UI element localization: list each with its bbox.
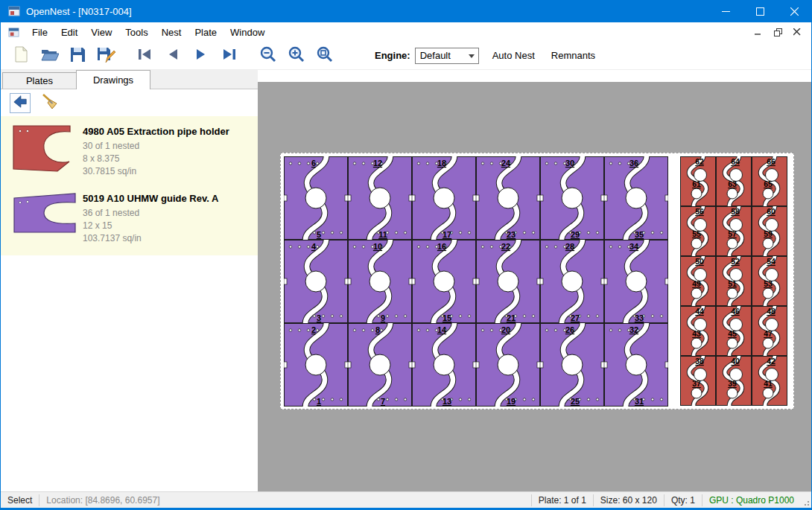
svg-text:41: 41: [764, 379, 773, 388]
list-item[interactable]: 4980 A05 Extraction pipe holder 30 of 1 …: [1, 118, 258, 185]
new-file-button[interactable]: [7, 43, 35, 68]
svg-text:65: 65: [764, 179, 773, 188]
clear-drawings-button[interactable]: [39, 93, 60, 113]
maximize-icon[interactable]: [743, 0, 777, 22]
svg-text:46: 46: [731, 307, 740, 316]
nested-part-pair[interactable]: 18 17: [412, 156, 476, 240]
save-floppy-icon: [69, 45, 86, 66]
nested-part-pair[interactable]: 12 11: [348, 156, 412, 240]
nested-part-pair[interactable]: 44 43: [680, 306, 716, 356]
menu-item-edit[interactable]: Edit: [54, 24, 84, 41]
menu-item-plate[interactable]: Plate: [188, 24, 223, 41]
nested-part-pair[interactable]: 58 57: [716, 206, 752, 256]
nested-part-pair[interactable]: 26 25: [540, 323, 604, 407]
resize-grip[interactable]: [801, 492, 811, 508]
mdi-minimize-icon[interactable]: [749, 25, 768, 39]
nested-part-pair[interactable]: 38 37: [680, 356, 716, 406]
drawing-area: 30.7815 sq/in: [83, 165, 229, 178]
svg-text:6: 6: [311, 159, 316, 168]
nested-part-pair[interactable]: 48 47: [752, 306, 787, 356]
open-file-button[interactable]: [35, 43, 63, 68]
engine-select[interactable]: Default: [415, 48, 479, 64]
nested-part-pair[interactable]: 2 1: [284, 323, 348, 407]
nested-part-pair[interactable]: 34 33: [604, 240, 668, 323]
svg-text:2: 2: [311, 325, 316, 334]
svg-text:29: 29: [571, 230, 580, 239]
menu-item-tools[interactable]: Tools: [118, 24, 154, 41]
minimize-icon[interactable]: [708, 0, 743, 22]
nested-part-pair[interactable]: 10 9: [348, 240, 412, 323]
chevron-down-icon: [469, 54, 475, 58]
svg-text:40: 40: [731, 357, 740, 366]
auto-nest-button[interactable]: Auto Nest: [485, 45, 542, 66]
mdi-restore-icon[interactable]: [768, 25, 787, 39]
purple-parts-region: 6 5 12 11 18 17 24 23: [284, 156, 668, 407]
nested-part-pair[interactable]: 56 55: [680, 206, 716, 256]
zoom-out-button[interactable]: [254, 43, 282, 68]
svg-text:33: 33: [635, 313, 644, 322]
save-as-button[interactable]: [92, 43, 120, 68]
first-plate-button[interactable]: [130, 43, 159, 68]
previous-plate-button[interactable]: [159, 43, 187, 68]
red-parts-region: 62 61 64 63 66 65 56 55 58 57: [680, 156, 787, 406]
document-icon[interactable]: [8, 27, 19, 38]
main-toolbar: Engine: Default Auto Nest Remnants: [1, 42, 811, 70]
nested-part-pair[interactable]: 36 35: [604, 156, 668, 240]
nested-part-pair[interactable]: 4 3: [284, 240, 348, 323]
status-mode: Select: [1, 492, 39, 508]
nested-part-pair[interactable]: 52 51: [716, 256, 752, 306]
nested-part-pair[interactable]: 16 15: [412, 240, 476, 323]
svg-text:47: 47: [764, 329, 773, 338]
menu-item-file[interactable]: File: [25, 24, 54, 41]
nested-part-pair[interactable]: 30 29: [540, 156, 604, 240]
last-plate-button[interactable]: [215, 43, 244, 68]
nested-part-pair[interactable]: 22 21: [476, 240, 540, 323]
nested-part-pair[interactable]: 50 49: [680, 256, 716, 306]
nested-part-pair[interactable]: 46 45: [716, 306, 752, 356]
svg-text:23: 23: [507, 230, 516, 239]
svg-text:66: 66: [767, 157, 775, 166]
nested-part-pair[interactable]: 54 53: [752, 256, 787, 306]
remnants-button[interactable]: Remnants: [544, 45, 603, 66]
svg-text:51: 51: [728, 279, 737, 288]
zoom-in-icon: [288, 45, 305, 66]
mdi-close-icon[interactable]: [787, 25, 807, 39]
nested-part-pair[interactable]: 60 59: [752, 206, 787, 256]
nested-part-pair[interactable]: 42 41: [752, 356, 787, 406]
nested-part-pair[interactable]: 14 13: [412, 323, 476, 407]
status-qty: Qty: 1: [664, 492, 702, 508]
save-button[interactable]: [63, 43, 92, 68]
svg-text:10: 10: [373, 242, 382, 251]
list-item[interactable]: 5019 A10 UHMW guide Rev. A 36 of 1 neste…: [1, 185, 258, 251]
zoom-fit-button[interactable]: [311, 43, 339, 68]
nested-part-pair[interactable]: 62 61: [680, 156, 716, 206]
nested-part-pair[interactable]: 24 23: [476, 156, 540, 240]
return-part-button[interactable]: [10, 93, 31, 113]
nested-part-pair[interactable]: 6 5: [284, 156, 348, 240]
svg-text:57: 57: [728, 229, 737, 238]
nested-part-pair[interactable]: 8 7: [348, 323, 412, 407]
plate-sheet[interactable]: 6 5 12 11 18 17 24 23: [280, 153, 794, 409]
tab-plates[interactable]: Plates: [2, 72, 77, 89]
nested-part-pair[interactable]: 64 63: [716, 156, 752, 206]
zoom-in-button[interactable]: [282, 43, 311, 68]
drawing-nested-count: 30 of 1 nested: [83, 140, 229, 153]
menu-item-nest[interactable]: Nest: [155, 24, 188, 41]
svg-text:11: 11: [378, 230, 387, 239]
app-icon: [8, 5, 20, 17]
tab-drawings[interactable]: Drawings: [76, 70, 150, 89]
svg-text:28: 28: [565, 242, 574, 251]
next-plate-button[interactable]: [187, 43, 215, 68]
nested-part-pair[interactable]: 66 65: [752, 156, 787, 206]
menu-item-view[interactable]: View: [84, 24, 118, 41]
nested-part-pair[interactable]: 28 27: [540, 240, 604, 323]
nest-canvas[interactable]: 6 5 12 11 18 17 24 23: [258, 70, 811, 491]
nested-part-pair[interactable]: 32 31: [604, 323, 668, 407]
svg-text:5: 5: [317, 230, 321, 239]
nested-part-pair[interactable]: 20 19: [476, 323, 540, 407]
menu-item-window[interactable]: Window: [223, 24, 271, 41]
svg-text:21: 21: [507, 313, 516, 322]
status-gpu: GPU : Quadro P1000: [702, 492, 801, 508]
close-icon[interactable]: [777, 0, 811, 22]
nested-part-pair[interactable]: 40 39: [716, 356, 752, 406]
